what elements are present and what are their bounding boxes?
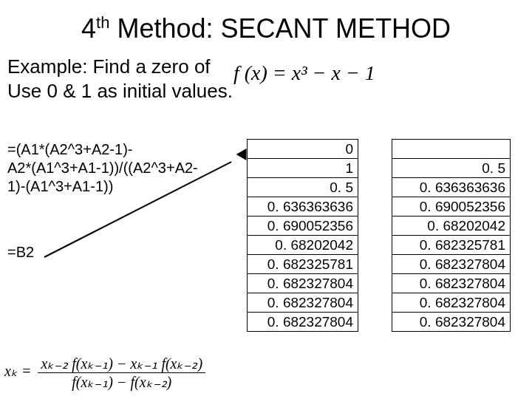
table-cell: 0. 690052356: [392, 197, 511, 216]
table-cell: 0. 690052356: [248, 216, 358, 236]
table-row: 0: [248, 140, 358, 159]
table-row: 0. 68202042: [248, 236, 358, 255]
table-cell: 0. 5: [248, 178, 358, 197]
table-cell: 0. 682327804: [248, 274, 358, 293]
table-row: 1: [248, 159, 358, 178]
table-cell: 0. 682325781: [392, 236, 511, 255]
recurrence-denominator: f(xₖ₋₁) − f(xₖ₋₂): [38, 373, 205, 391]
recurrence-lhs: xₖ =: [4, 363, 31, 379]
table-cell: 0. 682325781: [248, 255, 358, 274]
table-row: 0. 5: [392, 159, 511, 178]
formula-line: A2*(A1^3+A1-1))/((A2^3+A2-: [7, 160, 198, 176]
table-row: 0. 682327804: [392, 293, 511, 313]
formula-line: 1)-(A1^3+A1-1)): [7, 178, 113, 194]
table-row: 0. 5: [248, 178, 358, 197]
cell-formula-b: =B2: [7, 244, 34, 261]
table-cell: 0. 682327804: [392, 255, 511, 274]
table-row: 0. 682327804: [248, 274, 358, 293]
formula-line: =(A1*(A2^3+A2-1)-: [7, 141, 132, 157]
title-post: Method: SECANT METHOD: [109, 13, 450, 44]
table-row: 0. 682327804: [392, 255, 511, 274]
table-cell: 0. 682327804: [392, 293, 511, 313]
table-cell: 0. 636363636: [392, 178, 511, 197]
title-sup: th: [96, 13, 109, 32]
table-cell: 0. 682327804: [392, 274, 511, 293]
recurrence-numerator: xₖ₋₂ f(xₖ₋₁) − xₖ₋₁ f(xₖ₋₂): [38, 355, 205, 373]
table-row: 0. 636363636: [248, 197, 358, 216]
table-row: 0. 690052356: [392, 197, 511, 216]
iteration-table-a: 010. 50. 6363636360. 6900523560. 6820204…: [247, 139, 358, 332]
table-row: 0. 636363636: [392, 178, 511, 197]
table-cell: 0. 5: [392, 159, 511, 178]
table-cell: 1: [248, 159, 358, 178]
table-row: 0. 682327804: [248, 313, 358, 332]
table-row: [392, 140, 511, 159]
title-pre: 4: [81, 13, 96, 44]
table-cell: 0. 682327804: [392, 313, 511, 332]
table-row: 0. 690052356: [248, 216, 358, 236]
table-cell: 0: [248, 140, 358, 159]
table-cell: 0. 68202042: [248, 236, 358, 255]
tagline-line1: Example: Find a zero of: [7, 55, 211, 78]
table-row: 0. 682327804: [248, 293, 358, 313]
table-row: 0. 682327804: [392, 313, 511, 332]
iteration-table-b: 0. 50. 6363636360. 6900523560. 682020420…: [392, 139, 511, 332]
table-row: 0. 682325781: [248, 255, 358, 274]
table-cell: 0. 682327804: [248, 313, 358, 332]
table-cell: 0. 682327804: [248, 293, 358, 313]
table-cell: 0. 636363636: [248, 197, 358, 216]
cell-formula-a: =(A1*(A2^3+A2-1)- A2*(A1^3+A1-1))/((A2^3…: [7, 140, 229, 196]
table-row: 0. 682325781: [392, 236, 511, 255]
table-row: 0. 682327804: [392, 274, 511, 293]
function-expression: f (x) = x³ − x − 1: [233, 61, 375, 85]
table-cell: [392, 140, 511, 159]
page-title: 4th Method: SECANT METHOD: [0, 0, 532, 44]
tagline-line2: Use 0 & 1 as initial values.: [7, 80, 233, 102]
recurrence-formula: xₖ = xₖ₋₂ f(xₖ₋₁) − xₖ₋₁ f(xₖ₋₂) f(xₖ₋₁)…: [4, 355, 205, 391]
table-row: 0. 68202042: [392, 216, 511, 236]
table-cell: 0. 68202042: [392, 216, 511, 236]
